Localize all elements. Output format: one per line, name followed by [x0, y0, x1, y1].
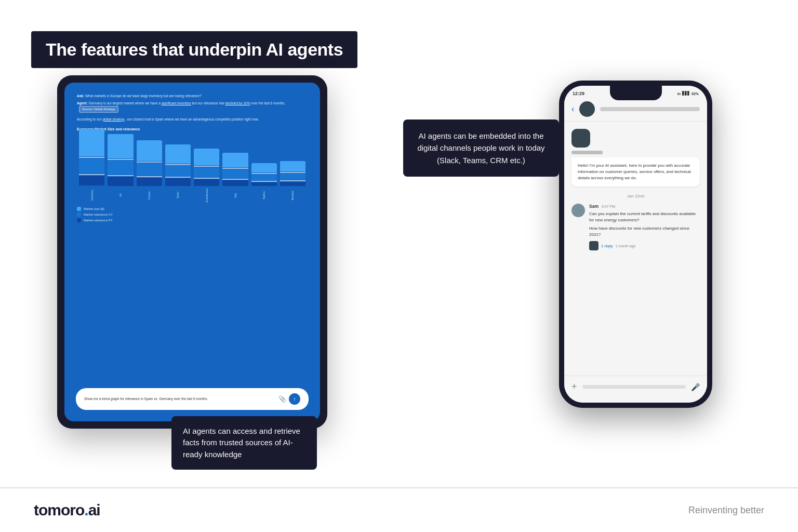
- bar-label-italy: Italy: [234, 188, 237, 203]
- microphone-icon[interactable]: 🎤: [691, 383, 700, 391]
- signal-icon: ▋▋▋: [682, 91, 690, 96]
- phone-device: 12:29 in ▋▋▋ 92% ‹: [559, 81, 712, 408]
- user-message-text1: Can you explain the current tariffs and …: [589, 211, 700, 223]
- bar-label-benelux: Benelux: [291, 188, 294, 203]
- back-button[interactable]: ‹: [571, 104, 574, 114]
- ai-message-text: Hello! I'm your AI assistant, here to pr…: [578, 163, 691, 180]
- chart-legend: Market size ($) Market relevance CY Mark…: [77, 207, 308, 222]
- tablet-content: Ask: What markets in Europe do we have l…: [64, 83, 320, 239]
- bar-label-scandinavia: Scandinavia: [205, 188, 208, 203]
- agent-underline1: significant inventory: [162, 101, 191, 105]
- bar-chart: Germany UK: [77, 135, 308, 203]
- tablet-callout-text: AI agents can access and retrieve facts …: [183, 427, 300, 459]
- tablet-frame: Ask: What markets in Europe do we have l…: [57, 75, 327, 429]
- agent-underline3: global strategy: [102, 117, 124, 121]
- agent-text1: Germany is our largest market where we h…: [88, 101, 161, 105]
- bar-label-germany: Germany: [90, 188, 94, 203]
- chart-title: European Market Size and relevance: [77, 127, 308, 131]
- add-button[interactable]: +: [571, 381, 577, 392]
- status-icons: in ▋▋▋ 92%: [677, 91, 699, 96]
- legend-label-3: Market relevance PY: [84, 219, 113, 222]
- agent-text3: over the last 6 months.: [251, 101, 285, 105]
- contact-name: [600, 107, 700, 111]
- reply-avatar: [589, 241, 598, 250]
- bar-spain: Spain: [165, 144, 191, 203]
- tablet-input-icons: 📎 ↑: [278, 393, 300, 405]
- agent-underline2: declined by 10%: [225, 101, 250, 105]
- bar-italy: Italy: [222, 153, 248, 203]
- agent-text2: but our relevance has: [192, 101, 225, 105]
- agent-text4: According to our: [77, 117, 102, 121]
- user-message-content: Sam 6:07 PM Can you explain the current …: [589, 204, 700, 250]
- user-message-block: Sam 6:07 PM Can you explain the current …: [571, 204, 700, 250]
- phone-notch: [610, 86, 662, 100]
- agent-text5: , our closest rival is Spain where we ha…: [125, 117, 259, 121]
- tablet-agent-text: Agent: Germany is our largest market whe…: [77, 101, 308, 113]
- header-title-box: The features that underpin AI agents: [31, 31, 357, 68]
- battery-text: 92%: [691, 92, 699, 96]
- ai-name-bar: [571, 151, 603, 154]
- status-time: 12:29: [573, 91, 584, 96]
- logo: tomoro.ai: [34, 501, 100, 519]
- bar-uk: UK: [108, 134, 133, 203]
- ai-message-block: Hello! I'm your AI assistant, here to pr…: [571, 129, 700, 187]
- phone-frame: 12:29 in ▋▋▋ 92% ‹: [559, 81, 712, 408]
- contact-avatar: [579, 101, 595, 117]
- tagline: Reinventing better: [688, 505, 764, 516]
- tablet-device: Ask: What markets in Europe do we have l…: [57, 75, 327, 429]
- bar-label-baltics: Baltics: [262, 188, 265, 203]
- phone-screen: 12:29 in ▋▋▋ 92% ‹: [564, 86, 707, 403]
- user-avatar: [571, 204, 585, 217]
- user-message-text2: How have discounts for new customers cha…: [589, 225, 700, 238]
- ask-label: Ask:: [77, 94, 84, 98]
- footer: tomoro.ai Reinventing better: [0, 488, 798, 532]
- reply-label: 1 reply: [601, 244, 613, 248]
- bar-baltics: Baltics: [251, 163, 277, 203]
- ai-avatar: [571, 129, 590, 148]
- tablet-text2: According to our global strategy , our c…: [77, 117, 308, 122]
- user-name: Sam: [589, 204, 598, 209]
- bar-germany: Germany: [79, 129, 104, 203]
- tablet-input-text: Show me a trend graph for relevance in S…: [84, 396, 278, 401]
- tablet-screen: Ask: What markets in Europe do we have l…: [64, 83, 320, 421]
- legend-relevance-py: Market relevance PY: [77, 218, 308, 222]
- reply-indicator[interactable]: 1 reply 1 month ago: [589, 241, 700, 250]
- bar-benelux: Benelux: [280, 161, 305, 203]
- date-divider: Jan 22nd: [571, 194, 700, 198]
- send-button[interactable]: ↑: [289, 393, 300, 405]
- legend-label-2: Market relevance CY: [84, 213, 113, 216]
- phone-callout-text: AI agents can be embedded into the digit…: [417, 131, 544, 165]
- phone-input-area: + 🎤: [564, 376, 707, 403]
- tablet-input-bar[interactable]: Show me a trend graph for relevance in S…: [76, 388, 309, 410]
- agent-label: Agent:: [77, 101, 88, 105]
- logo-text: tomoro.ai: [34, 501, 100, 518]
- ai-message-bubble: Hello! I'm your AI assistant, here to pr…: [571, 157, 700, 187]
- legend-relevance-cy: Market relevance CY: [77, 212, 308, 217]
- bar-label-uk: UK: [119, 188, 122, 203]
- tablet-callout: AI agents can access and retrieve facts …: [171, 416, 317, 470]
- bar-france: France: [137, 140, 162, 203]
- phone-header: ‹: [564, 98, 707, 122]
- legend-label-1: Market size ($): [84, 207, 104, 210]
- linkedin-icon: in: [677, 92, 681, 96]
- reply-time: 1 month ago: [616, 244, 636, 248]
- bar-label-spain: Spain: [176, 188, 179, 203]
- legend-market-size: Market size ($): [77, 207, 308, 211]
- attachment-icon[interactable]: 📎: [278, 395, 286, 403]
- tablet-ask-line: Ask: What markets in Europe do we have l…: [77, 94, 308, 98]
- ask-text: What markets in Europe do we have large …: [85, 94, 202, 98]
- page-title: The features that underpin AI agents: [46, 39, 343, 60]
- phone-message-input[interactable]: [582, 385, 686, 389]
- bar-scandinavia: Scandinavia: [194, 149, 219, 203]
- user-time: 6:07 PM: [602, 205, 615, 208]
- bar-label-france: France: [148, 188, 151, 203]
- user-name-time: Sam 6:07 PM: [589, 204, 700, 209]
- source-badge: Source: Global Strategy: [79, 106, 118, 113]
- phone-chat-area: Hello! I'm your AI assistant, here to pr…: [564, 122, 707, 376]
- phone-callout: AI agents can be embedded into the digit…: [403, 119, 559, 177]
